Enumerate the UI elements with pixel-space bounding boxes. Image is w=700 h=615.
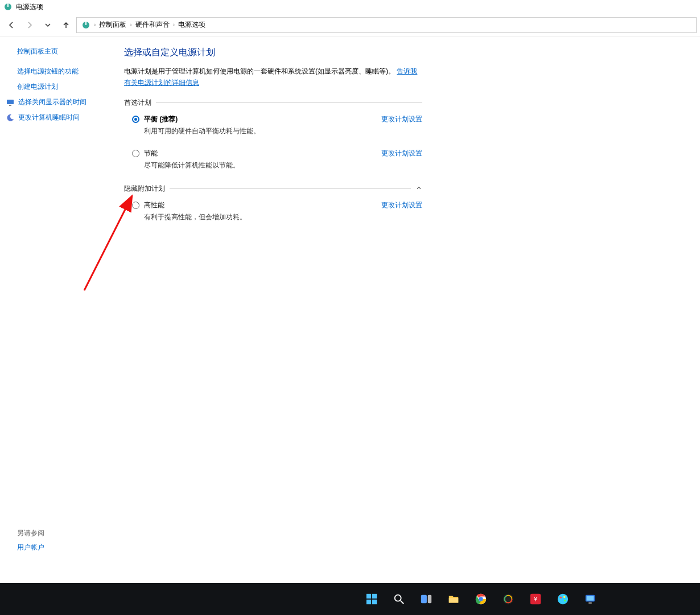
radio-balanced[interactable] <box>132 116 139 123</box>
main-panel: 选择或自定义电源计划 电源计划是用于管理计算机如何使用电源的一套硬件和系统设置(… <box>114 36 433 564</box>
sidebar-link-power-button[interactable]: 选择电源按钮的功能 <box>17 67 107 76</box>
sidebar-link-display-off[interactable]: 选择关闭显示器的时间 <box>6 97 107 107</box>
svg-point-25 <box>560 596 562 598</box>
sidebar-link-label: 创建电源计划 <box>17 82 58 92</box>
monitor-icon <box>6 98 15 107</box>
recent-dropdown[interactable] <box>40 17 56 33</box>
svg-rect-7 <box>367 594 371 598</box>
page-description: 电源计划是用于管理计算机如何使用电源的一套硬件和系统设置(如显示器亮度、睡眠等)… <box>124 65 422 89</box>
forward-button[interactable] <box>22 17 38 33</box>
breadcrumb-power-options[interactable]: 电源选项 <box>178 20 205 30</box>
window-title: 电源选项 <box>16 2 43 12</box>
taskbar-monitor-app[interactable] <box>579 588 602 610</box>
svg-rect-10 <box>372 600 377 604</box>
svg-text:¥: ¥ <box>533 596 538 602</box>
control-panel-home-link[interactable]: 控制面板主页 <box>17 47 107 56</box>
section-hidden-plans[interactable]: 隐藏附加计划 <box>124 184 422 194</box>
change-plan-settings-link[interactable]: 更改计划设置 <box>381 200 422 210</box>
description-text: 电源计划是用于管理计算机如何使用电源的一套硬件和系统设置(如显示器亮度、睡眠等)… <box>124 67 395 75</box>
taskbar-search[interactable] <box>388 588 410 610</box>
page-heading: 选择或自定义电源计划 <box>124 47 422 59</box>
svg-point-27 <box>564 600 566 602</box>
sidebar-link-label: 选择电源按钮的功能 <box>17 67 79 76</box>
sidebar-link-sleep-time[interactable]: 更改计算机睡眠时间 <box>6 113 107 122</box>
radio-high-performance[interactable] <box>132 202 139 209</box>
chevron-up-icon <box>415 184 422 193</box>
plan-subtitle: 有利于提高性能，但会增加功耗。 <box>144 212 246 222</box>
svg-rect-3 <box>85 22 87 25</box>
taskbar-browser2[interactable] <box>497 588 520 610</box>
sidebar-link-label: 更改计算机睡眠时间 <box>18 113 80 122</box>
breadcrumb-separator: › <box>173 22 175 28</box>
title-bar: 电源选项 <box>0 0 700 14</box>
radio-saver[interactable] <box>132 150 139 157</box>
svg-point-17 <box>479 597 483 601</box>
up-button[interactable] <box>58 17 74 33</box>
taskbar-taskview[interactable] <box>415 588 438 610</box>
svg-rect-15 <box>449 598 459 602</box>
content-area: 控制面板主页 选择电源按钮的功能 创建电源计划 选择关闭显示器的时间 更改计算机… <box>0 36 700 564</box>
taskbar-paint[interactable] <box>551 588 574 610</box>
breadcrumb-hardware-sound[interactable]: 硬件和声音 <box>135 20 170 30</box>
plan-subtitle: 尽可能降低计算机性能以节能。 <box>144 161 240 170</box>
svg-line-12 <box>401 601 404 604</box>
svg-rect-9 <box>367 600 371 604</box>
user-accounts-link[interactable]: 用户帐户 <box>17 543 44 552</box>
svg-rect-1 <box>7 3 9 7</box>
change-plan-settings-link[interactable]: 更改计划设置 <box>381 149 422 158</box>
plan-balanced: 平衡 (推荐) 利用可用的硬件自动平衡功耗与性能。 更改计划设置 <box>124 111 422 137</box>
taskbar-app-red[interactable]: ¥ <box>524 588 547 610</box>
address-bar[interactable]: › 控制面板 › 硬件和声音 › 电源选项 <box>76 17 697 33</box>
taskbar: ¥ <box>0 583 700 615</box>
sidebar: 控制面板主页 选择电源按钮的功能 创建电源计划 选择关闭显示器的时间 更改计算机… <box>0 36 114 564</box>
taskbar-chrome[interactable] <box>470 588 492 610</box>
sidebar-link-create-plan[interactable]: 创建电源计划 <box>17 82 107 92</box>
change-plan-settings-link[interactable]: 更改计划设置 <box>381 114 422 124</box>
plan-title: 高性能 <box>144 200 246 210</box>
plan-title: 节能 <box>144 149 240 158</box>
taskbar-start[interactable] <box>360 588 383 610</box>
svg-rect-4 <box>7 100 14 104</box>
section-rule <box>156 102 422 103</box>
svg-rect-8 <box>372 594 377 598</box>
svg-point-26 <box>563 596 566 598</box>
moon-icon <box>6 113 15 122</box>
svg-rect-13 <box>421 595 427 604</box>
section-label: 隐藏附加计划 <box>124 184 165 194</box>
sidebar-link-label: 选择关闭显示器的时间 <box>18 97 87 107</box>
section-preferred-plans: 首选计划 <box>124 98 422 108</box>
address-bar-row: › 控制面板 › 硬件和声音 › 电源选项 <box>0 14 700 36</box>
svg-rect-30 <box>588 602 592 604</box>
section-rule <box>170 188 411 189</box>
control-panel-icon <box>81 20 90 30</box>
breadcrumb-separator: › <box>130 22 131 28</box>
see-also-label: 另请参阅 <box>17 528 44 538</box>
section-label: 首选计划 <box>124 98 151 108</box>
plan-title: 平衡 (推荐) <box>144 114 260 124</box>
plan-subtitle: 利用可用的硬件自动平衡功耗与性能。 <box>144 126 260 136</box>
plan-high-performance: 高性能 有利于提高性能，但会增加功耗。 更改计划设置 <box>124 197 422 223</box>
svg-rect-14 <box>428 595 431 604</box>
svg-rect-29 <box>587 596 594 601</box>
breadcrumb-separator: › <box>94 22 96 28</box>
svg-point-24 <box>558 594 568 604</box>
svg-point-11 <box>395 595 401 601</box>
plan-saver: 节能 尽可能降低计算机性能以节能。 更改计划设置 <box>124 145 422 171</box>
back-button[interactable] <box>3 17 19 33</box>
breadcrumb-control-panel[interactable]: 控制面板 <box>99 20 126 30</box>
svg-rect-5 <box>9 105 11 106</box>
app-icon <box>3 2 13 11</box>
taskbar-explorer[interactable] <box>442 588 465 610</box>
see-also-section: 另请参阅 用户帐户 <box>17 528 44 552</box>
